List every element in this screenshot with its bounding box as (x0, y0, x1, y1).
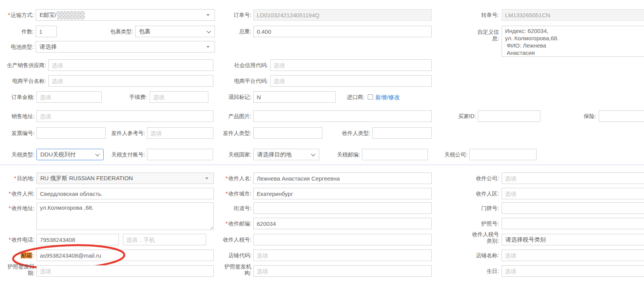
sales-address-label: 销售地址: (6, 113, 35, 120)
recipient-zip-input[interactable] (253, 218, 432, 229)
recipient-district-input[interactable] (502, 188, 644, 199)
chevron-down-icon (206, 46, 210, 49)
product-image-input[interactable] (253, 110, 432, 122)
return-mark-input[interactable] (253, 91, 336, 103)
handling-fee-label: 手续费: (124, 94, 147, 100)
sales-address-input[interactable] (36, 110, 213, 122)
email-input[interactable] (36, 250, 214, 261)
birthday-input[interactable] (502, 265, 644, 277)
social-credit-code-input[interactable] (270, 59, 432, 71)
platform-code-input[interactable] (270, 75, 432, 87)
platform-name-input[interactable] (48, 75, 213, 87)
recipient-type-input[interactable] (372, 127, 432, 139)
total-weight-label: 总重: (218, 28, 251, 35)
recipient-type-label: 收件人类型: (337, 130, 370, 136)
recipient-tax-type-select[interactable]: 请选择税号类别 (502, 234, 644, 245)
recipient-tax-no-label: 收件人税号: (222, 237, 251, 243)
package-type-label: 包裹类型: (99, 28, 133, 35)
pieces-label: 件数: (0, 28, 34, 35)
platform-code-label: 电商平台代码: (230, 78, 268, 84)
recipient-address-label: *收件地址: (1, 205, 35, 212)
shipping-order-form: *运输方式: E邮宝/ 订单号: 转单号: 件数: 包裹类型: 包裹 总重: 自… (0, 0, 644, 281)
buyer-id-label: 买家ID: (453, 113, 476, 120)
duty-country-select[interactable]: 请选择目的地 (253, 149, 319, 160)
product-image-label: 产品图片: (223, 113, 251, 120)
recipient-city-input[interactable] (253, 188, 432, 199)
shipping-method-select[interactable]: E邮宝/ (36, 9, 215, 21)
recipient-district-label: 收件人区: (465, 191, 499, 197)
duty-country-label: 关税国家: (223, 151, 251, 158)
chevron-down-icon (205, 177, 208, 181)
recipient-name-label: *收件人名: (218, 175, 251, 182)
duty-zip-input[interactable] (362, 149, 428, 160)
recipient-phone-label: *收件电话: (1, 237, 35, 243)
recipient-tax-no-input[interactable] (253, 234, 432, 245)
invoice-no-input[interactable] (36, 127, 106, 139)
recipient-state-label: *收件人州: (1, 191, 35, 197)
recipient-phone-input[interactable] (36, 234, 119, 245)
sender-type-label: 发件人类型: (223, 130, 251, 136)
importer-checkbox[interactable] (368, 94, 373, 100)
order-amount-input[interactable] (36, 91, 102, 103)
recipient-zip-label: *收件邮编: (218, 220, 251, 227)
destination-select[interactable]: RU 俄罗斯 RUSSIAN FEDERATION (36, 173, 214, 184)
passport-no-label: 护照号: (475, 220, 499, 227)
passport-no-input[interactable] (502, 218, 644, 229)
duty-type-select[interactable]: DDU关税到付 (36, 149, 104, 160)
street-no-label: 街道号: (227, 205, 251, 212)
chevron-down-icon (206, 14, 210, 18)
recipient-address-textarea[interactable]: ул.Колмогорова ,68. (36, 202, 214, 230)
passport-issue-date-input[interactable] (36, 265, 214, 277)
shipping-method-label: *运输方式: (0, 12, 34, 18)
duty-pay-account-label: 关税支付账号: (109, 151, 145, 158)
duty-pay-account-input[interactable] (147, 149, 213, 160)
total-weight-input[interactable] (253, 26, 432, 37)
buyer-id-input[interactable] (478, 110, 540, 122)
platform-name-label: 电商平台名称: (8, 78, 46, 84)
shop-name-label: 店铺名称: (465, 252, 499, 259)
sender-ref-no-input[interactable] (147, 127, 213, 139)
required-asterisk: * (8, 12, 10, 18)
search-highlight: 邮箱 (21, 252, 32, 258)
required-asterisk: * (226, 175, 228, 181)
street-no-input[interactable] (253, 202, 432, 214)
duty-type-label: 关税类型: (6, 151, 35, 158)
sender-type-input[interactable] (253, 127, 322, 139)
recipient-city-label: *收件城市: (218, 191, 251, 197)
importer-add-edit-link[interactable]: 新增/修改 (375, 94, 400, 101)
pieces-input[interactable] (36, 26, 57, 37)
required-asterisk: * (226, 220, 228, 227)
transfer-no-label: 转单号: (465, 12, 499, 18)
social-credit-code-label: 社会信用代码: (230, 62, 268, 69)
recipient-name-input[interactable] (253, 173, 432, 184)
passport-issue-date-label: 护照签发日期: (6, 263, 35, 276)
producer-supplier-input[interactable] (48, 59, 213, 71)
insurance-label: 保险: (581, 113, 596, 120)
shop-code-input[interactable] (253, 250, 432, 261)
recipient-tax-type-label: 收件人税号类别: (470, 231, 499, 244)
house-no-label: 门牌号: (475, 205, 499, 212)
recipient-company-input[interactable] (502, 173, 644, 184)
custom-info-label: 自定义信息: (476, 29, 499, 42)
section-divider (0, 164, 644, 165)
shop-name-input[interactable] (502, 250, 644, 261)
handling-fee-input[interactable] (150, 91, 208, 103)
recipient-company-label: 收件公司: (465, 175, 499, 182)
house-no-input[interactable] (502, 202, 644, 214)
recipient-mobile-input[interactable] (123, 234, 206, 245)
required-asterisk: * (14, 175, 16, 181)
required-asterisk: * (9, 191, 11, 197)
insurance-input[interactable] (599, 110, 644, 122)
producer-supplier-label: 生产销售供应商: (3, 62, 46, 69)
chevron-down-icon (95, 152, 99, 156)
duty-company-label: 关税公司: (439, 151, 467, 158)
package-type-select[interactable]: 包裹 (135, 26, 215, 37)
battery-type-select[interactable]: 请选择 (36, 41, 215, 53)
destination-label: *目的地: (1, 175, 35, 182)
recipient-state-input[interactable] (36, 188, 214, 199)
custom-info-textarea[interactable]: Индекс: 620034, ул. Колмогорова,68. ФИО:… (502, 26, 644, 57)
passport-issue-org-input[interactable] (253, 265, 432, 277)
duty-company-input[interactable] (469, 149, 537, 160)
required-asterisk: * (9, 237, 11, 243)
return-mark-label: 退回标记: (223, 94, 251, 100)
